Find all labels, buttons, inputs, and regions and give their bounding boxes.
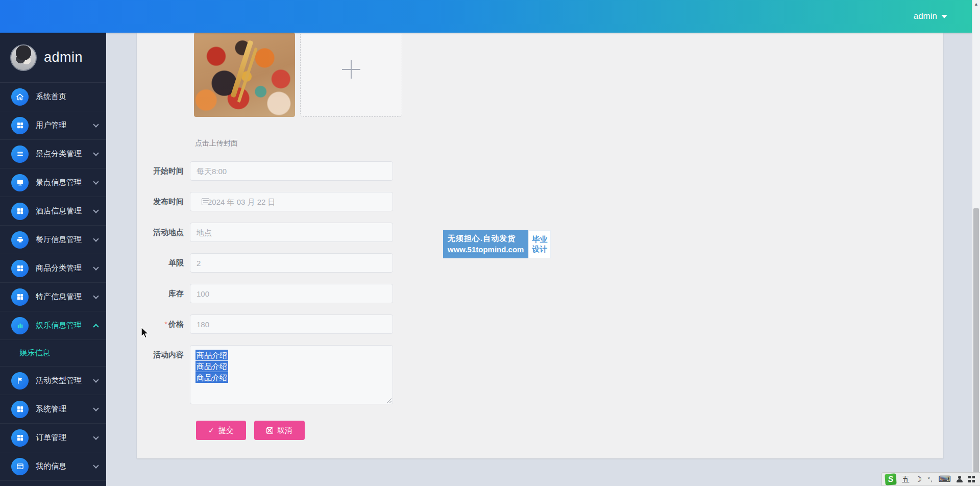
sidebar-item-restaurant-info[interactable]: 餐厅信息管理: [0, 226, 106, 254]
field-label: 活动内容: [137, 345, 190, 360]
content-textarea[interactable]: 商品介绍 商品介绍 商品介绍: [190, 345, 393, 404]
chevron-down-icon: [93, 236, 99, 241]
sidebar-item-entertainment-info[interactable]: 娱乐信息管理: [0, 311, 106, 340]
chevron-up-icon: [93, 324, 99, 329]
location-input[interactable]: [190, 223, 393, 242]
printer-icon: [11, 231, 29, 249]
grid-icon: [11, 429, 29, 447]
scrollbar-thumb[interactable]: [973, 208, 979, 475]
watermark-badge: 毕业 设计: [528, 230, 551, 258]
cancel-x-icon: [266, 427, 273, 434]
sidebar-item-hotel-info[interactable]: 酒店信息管理: [0, 197, 106, 226]
check-icon: ✓: [208, 426, 214, 434]
sidebar-item-specialty-info[interactable]: 特产信息管理: [0, 283, 106, 311]
sidebar-item-label: 娱乐信息管理: [36, 321, 94, 330]
calendar-icon: [202, 198, 209, 205]
publish-time-input[interactable]: [190, 192, 393, 211]
form-row-location: 活动地点: [137, 223, 393, 242]
sidebar-menu: 系统首页 用户管理 景点分类管理 景点信息管理: [0, 83, 106, 481]
sidebar-subitem-entertainment-info[interactable]: 娱乐信息: [0, 340, 106, 367]
form-row-order-limit: 单限: [137, 253, 393, 273]
field-label: 发布时间: [137, 197, 190, 207]
sidebar-item-label: 景点分类管理: [36, 149, 94, 159]
chevron-down-icon: [93, 377, 99, 382]
chevron-down-icon: [93, 179, 99, 184]
monitor-icon: [11, 174, 29, 191]
avatar: [10, 44, 37, 71]
chevron-down-icon: [93, 121, 99, 127]
order-limit-input[interactable]: [190, 253, 393, 273]
card-icon: [11, 458, 29, 475]
scrollbar-up-arrow[interactable]: ▲: [972, 2, 980, 7]
start-time-input[interactable]: [190, 161, 393, 181]
grid-icon: [11, 260, 29, 277]
chevron-down-icon: [93, 150, 99, 156]
sidebar-item-my-info[interactable]: 我的信息: [0, 452, 106, 481]
watermark-text: 无须担心.自动发货 www.51topmind.com: [443, 230, 528, 258]
moon-icon[interactable]: ☽: [915, 475, 922, 483]
sidebar-item-home[interactable]: 系统首页: [0, 83, 106, 111]
chevron-down-icon: [93, 264, 99, 270]
sidebar-item-label: 系统首页: [36, 92, 98, 102]
form-row-start-time: 开始时间: [137, 161, 393, 181]
sogou-logo-icon[interactable]: S: [885, 473, 896, 485]
sidebar-item-label: 餐厅信息管理: [36, 235, 94, 245]
sidebar-item-product-category[interactable]: 商品分类管理: [0, 254, 106, 283]
person-icon[interactable]: [957, 476, 963, 482]
scrollbar[interactable]: ▲: [972, 0, 980, 486]
form-row-stock: 库存: [137, 284, 393, 303]
sidebar-item-label: 特产信息管理: [36, 292, 94, 302]
sidebar-item-label: 酒店信息管理: [36, 206, 94, 216]
sidebar-item-scenic-category[interactable]: 景点分类管理: [0, 140, 106, 168]
wubi-mode-icon[interactable]: 五: [902, 475, 910, 483]
sidebar-item-label: 我的信息: [36, 461, 94, 471]
form-row-content: 活动内容 商品介绍 商品介绍 商品介绍: [137, 345, 393, 404]
user-dropdown[interactable]: admin: [914, 11, 947, 21]
sidebar-item-system[interactable]: 系统管理: [0, 395, 106, 424]
sidebar-username: admin: [44, 50, 83, 65]
sidebar-item-orders[interactable]: 订单管理: [0, 424, 106, 452]
sidebar-subitem-label: 娱乐信息: [19, 348, 50, 358]
stock-input[interactable]: [190, 284, 393, 303]
flag-icon: [11, 372, 29, 390]
resize-grip[interactable]: [386, 397, 391, 403]
sidebar-item-label: 活动类型管理: [36, 376, 94, 385]
plus-icon: [342, 60, 360, 79]
sidebar-item-label: 商品分类管理: [36, 263, 94, 273]
sidebar-item-label: 景点信息管理: [36, 178, 94, 187]
price-input[interactable]: [190, 314, 393, 334]
sidebar-item-scenic-info[interactable]: 景点信息管理: [0, 168, 106, 197]
cancel-button[interactable]: 取消: [254, 421, 305, 440]
upload-hint: 点击上传封面: [195, 139, 238, 148]
chevron-down-icon: [93, 434, 99, 440]
sidebar-item-label: 用户管理: [36, 120, 94, 130]
keyboard-icon[interactable]: ⌨: [938, 475, 951, 483]
sidebar-item-label: 系统管理: [36, 404, 94, 414]
chart-icon: [11, 317, 29, 334]
selected-text-line: 商品介绍: [195, 361, 228, 372]
upload-dropzone[interactable]: [300, 33, 402, 117]
grid-icon[interactable]: [968, 476, 975, 482]
punctuation-icon[interactable]: °,: [927, 476, 933, 482]
sidebar-item-activity-type[interactable]: 活动类型管理: [0, 367, 106, 395]
grid-icon: [11, 288, 29, 306]
sidebar-item-users[interactable]: 用户管理: [0, 111, 106, 140]
submit-button[interactable]: ✓ 提交: [196, 421, 246, 440]
grid-icon: [11, 401, 29, 418]
chevron-down-icon: [93, 293, 99, 299]
form-row-publish-time: 发布时间: [137, 192, 393, 211]
form-row-price: *价格: [137, 314, 393, 334]
grid-icon: [11, 203, 29, 220]
selected-text-line: 商品介绍: [195, 372, 228, 383]
watermark-ad: 无须担心.自动发货 www.51topmind.com 毕业 设计: [443, 230, 551, 258]
screen: admin admin 系统首页 用户管理: [0, 0, 980, 486]
grid-icon: [11, 117, 29, 134]
user-dropdown-label: admin: [914, 11, 937, 21]
cover-photo[interactable]: [194, 33, 295, 117]
chevron-down-icon: [93, 463, 99, 468]
topbar: admin: [0, 0, 972, 33]
chevron-down-icon: [93, 405, 99, 411]
sidebar: admin 系统首页 用户管理 景点分类管理: [0, 33, 106, 486]
field-label: 库存: [137, 289, 190, 299]
mouse-cursor: [141, 327, 150, 342]
